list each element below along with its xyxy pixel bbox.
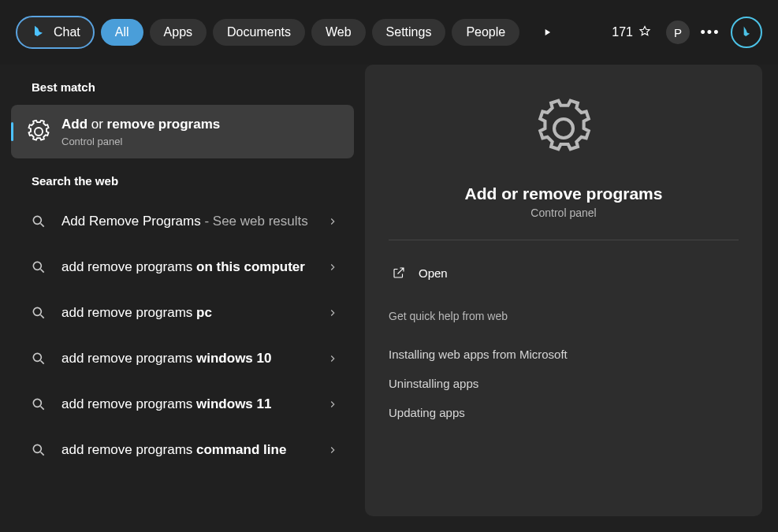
help-link-0[interactable]: Installing web apps from Microsoft	[389, 340, 739, 369]
svg-line-9	[41, 406, 44, 409]
divider	[389, 240, 739, 240]
search-icon	[27, 301, 50, 325]
gear-icon-large	[531, 96, 596, 161]
bing-icon	[30, 24, 47, 41]
help-header: Get quick help from web	[389, 310, 739, 322]
tab-apps[interactable]: Apps	[150, 19, 207, 46]
search-icon	[27, 392, 50, 416]
chevron-right-icon	[327, 307, 338, 318]
result-dim: - See web results	[201, 214, 308, 229]
svg-line-7	[41, 360, 44, 363]
result-strong: windows 10	[196, 351, 271, 366]
preview-subtitle: Control panel	[530, 206, 596, 219]
open-label: Open	[419, 266, 448, 280]
result-strong: pc	[196, 305, 212, 320]
svg-point-4	[33, 307, 41, 315]
svg-point-2	[33, 262, 41, 270]
svg-point-0	[33, 216, 41, 224]
filter-tabs: All Apps Documents Web Settings People	[101, 19, 519, 46]
result-strong: on this computer	[196, 259, 305, 274]
search-icon	[27, 210, 50, 233]
title-part-2: or	[87, 117, 107, 132]
chevron-right-icon	[327, 399, 338, 410]
web-result-1[interactable]: add remove programs on this computer	[11, 244, 354, 290]
help-link-1[interactable]: Uninstalling apps	[389, 369, 739, 398]
open-action[interactable]: Open	[389, 259, 739, 286]
best-match-result[interactable]: Add or remove programs Control panel	[11, 105, 354, 158]
bing-sidebar-button[interactable]	[731, 17, 762, 48]
chevron-right-icon	[327, 262, 338, 273]
svg-point-6	[33, 353, 41, 361]
preview-title: Add or remove programs	[465, 184, 663, 203]
search-icon	[27, 347, 50, 370]
svg-point-10	[33, 445, 41, 452]
open-icon	[392, 266, 406, 280]
rewards-points[interactable]: 171	[604, 19, 660, 46]
tab-web[interactable]: Web	[311, 19, 366, 46]
search-web-header: Search the web	[11, 174, 354, 199]
chat-label: Chat	[54, 25, 80, 39]
overflow-play-button[interactable]	[532, 20, 562, 44]
best-match-text: Add or remove programs Control panel	[61, 116, 220, 147]
more-button[interactable]: •••	[696, 18, 724, 47]
search-icon	[27, 438, 50, 462]
web-result-2[interactable]: add remove programs pc	[11, 290, 354, 336]
ellipsis-icon: •••	[701, 24, 720, 41]
content-area: Best match Add or remove programs Contro…	[0, 65, 778, 532]
best-match-header: Best match	[11, 80, 354, 105]
web-result-0[interactable]: Add Remove Programs - See web results	[11, 199, 354, 244]
preview-panel: Add or remove programs Control panel Ope…	[365, 65, 762, 516]
chevron-right-icon	[327, 353, 338, 364]
web-result-5[interactable]: add remove programs command line	[11, 427, 354, 473]
result-pre: add remove programs	[61, 305, 196, 320]
svg-line-3	[41, 269, 44, 272]
tab-all[interactable]: All	[101, 19, 143, 46]
title-part-1: Add	[61, 117, 87, 132]
rewards-icon	[638, 25, 652, 39]
web-result-3[interactable]: add remove programs windows 10	[11, 336, 354, 381]
help-section: Get quick help from web Installing web a…	[389, 310, 739, 427]
result-pre: add remove programs	[61, 442, 196, 457]
chevron-right-icon	[327, 445, 338, 456]
user-initial: P	[674, 26, 682, 39]
svg-line-11	[41, 452, 44, 455]
best-match-subtitle: Control panel	[61, 136, 220, 147]
results-panel: Best match Add or remove programs Contro…	[0, 65, 365, 532]
help-link-2[interactable]: Updating apps	[389, 398, 739, 427]
svg-line-1	[41, 223, 44, 226]
title-part-3: remove programs	[107, 117, 221, 132]
gear-icon	[27, 120, 50, 143]
chevron-right-icon	[327, 216, 338, 227]
result-pre: add remove programs	[61, 351, 196, 366]
chat-button[interactable]: Chat	[16, 16, 95, 49]
tab-settings[interactable]: Settings	[372, 19, 446, 46]
svg-line-5	[41, 314, 44, 318]
tab-people[interactable]: People	[452, 19, 519, 46]
svg-point-8	[33, 399, 41, 407]
top-bar: Chat All Apps Documents Web Settings Peo…	[0, 0, 778, 65]
tab-documents[interactable]: Documents	[213, 19, 305, 46]
search-icon	[27, 255, 50, 279]
points-value: 171	[612, 25, 633, 39]
result-strong: windows 11	[196, 396, 271, 411]
user-avatar[interactable]: P	[666, 20, 690, 44]
result-pre: Add Remove Programs	[61, 214, 201, 229]
result-strong: command line	[196, 442, 286, 457]
web-result-4[interactable]: add remove programs windows 11	[11, 381, 354, 427]
result-pre: add remove programs	[61, 396, 196, 411]
bing-b-icon	[739, 24, 754, 40]
result-pre: add remove programs	[61, 259, 196, 274]
